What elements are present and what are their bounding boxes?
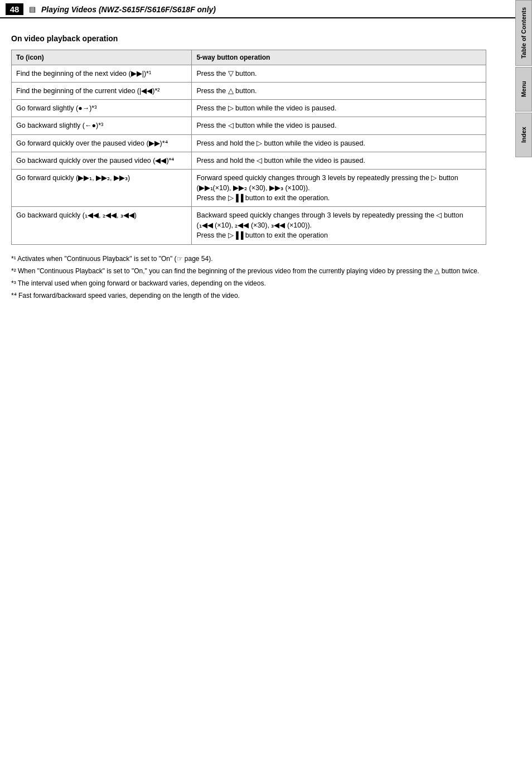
- table-row: Find the beginning of the current video …: [12, 83, 486, 100]
- table-cell-operation: Press the △ button.: [192, 83, 486, 100]
- table-cell-icon: Find the beginning of the current video …: [12, 83, 192, 100]
- table-row: Go backward quickly over the paused vide…: [12, 152, 486, 169]
- table-cell-icon: Go backward quickly over the paused vide…: [12, 152, 192, 169]
- footnote: *⁴ Fast forward/backward speed varies, d…: [11, 291, 486, 301]
- table-cell-icon: Go forward quickly over the paused video…: [12, 134, 192, 152]
- footnotes: *¹ Activates when "Continuous Playback" …: [11, 254, 486, 302]
- table-cell-operation: Press the ▷ button while the video is pa…: [192, 100, 486, 117]
- sidebar-tab-index[interactable]: Index: [515, 113, 532, 157]
- table-cell-operation: Backward speed quickly changes through 3…: [192, 207, 486, 244]
- sidebar-tab-menu[interactable]: Menu: [515, 67, 532, 112]
- table-row: Go forward quickly over the paused video…: [12, 134, 486, 152]
- table-cell-icon: Go forward slightly (●→)*³: [12, 100, 192, 117]
- table-cell-operation: Press the ◁ button while the video is pa…: [192, 117, 486, 134]
- playback-table: To (icon) 5-way button operation Find th…: [11, 50, 486, 245]
- footnote: *² When "Continuous Playback" is set to …: [11, 266, 486, 277]
- header-title: Playing Videos (NWZ-S615F/S616F/S618F on…: [41, 5, 216, 14]
- table-cell-icon: Find the beginning of the next video (▶▶…: [12, 65, 192, 83]
- page-number: 48: [6, 3, 23, 15]
- table-row: Find the beginning of the next video (▶▶…: [12, 65, 486, 83]
- table-cell-icon: Go forward quickly (▶▶₁, ▶▶₂, ▶▶₃): [12, 169, 192, 206]
- table-row: Go backward slightly (←●)*³Press the ◁ b…: [12, 117, 486, 134]
- footnote: *³ The interval used when going forward …: [11, 278, 486, 289]
- table-row: Go forward slightly (●→)*³Press the ▷ bu…: [12, 100, 486, 117]
- table-cell-operation: Press the ▽ button.: [192, 65, 486, 83]
- table-cell-operation: Press and hold the ◁ button while the vi…: [192, 152, 486, 169]
- sidebar-tab-toc[interactable]: Table of Contents: [515, 0, 532, 66]
- right-sidebar: Table of Contents Menu Index: [515, 0, 532, 764]
- header-icon: ▤: [29, 5, 36, 13]
- col2-header: 5-way button operation: [192, 50, 486, 65]
- table-cell-operation: Press and hold the ▷ button while the vi…: [192, 134, 486, 152]
- main-content: On video playback operation To (icon) 5-…: [0, 18, 514, 314]
- footnote: *¹ Activates when "Continuous Playback" …: [11, 254, 486, 264]
- table-cell-operation: Forward speed quickly changes through 3 …: [192, 169, 486, 206]
- table-row: Go forward quickly (▶▶₁, ▶▶₂, ▶▶₃)Forwar…: [12, 169, 486, 206]
- table-cell-icon: Go backward slightly (←●)*³: [12, 117, 192, 134]
- page-header: 48 ▤ Playing Videos (NWZ-S615F/S616F/S61…: [0, 0, 532, 18]
- col1-header: To (icon): [12, 50, 192, 65]
- section-title: On video playback operation: [11, 34, 486, 43]
- table-row: Go backward quickly (₁◀◀, ₂◀◀, ₃◀◀)Backw…: [12, 207, 486, 244]
- table-cell-icon: Go backward quickly (₁◀◀, ₂◀◀, ₃◀◀): [12, 207, 192, 244]
